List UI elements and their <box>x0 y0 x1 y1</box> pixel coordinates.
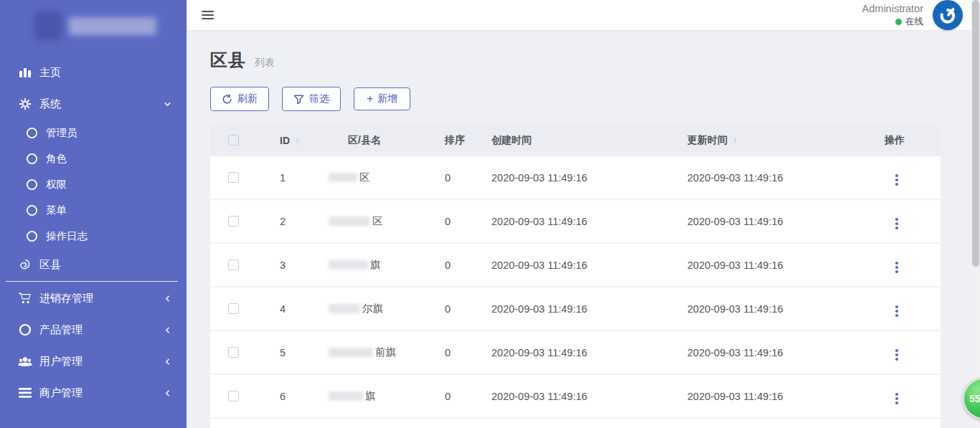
row-cell-created: 2020-09-03 11:49:16 <box>491 391 687 402</box>
sidebar-item-home[interactable]: 主页 <box>0 57 187 88</box>
sidebar-item-users[interactable]: 用户管理 <box>0 346 187 377</box>
bar-chart-icon <box>17 65 33 80</box>
row-cell-name: 尔旗 <box>329 302 445 315</box>
blurred-text <box>329 391 363 401</box>
row-actions-kebab-icon[interactable] <box>893 172 900 188</box>
header-label: 更新时间 <box>687 134 727 146</box>
header-cell-ops: 操作 <box>885 134 941 147</box>
row-cell-name: 旗 <box>329 389 445 403</box>
filter-label: 筛选 <box>309 92 329 105</box>
blurred-text <box>329 304 360 313</box>
chevron-left-icon <box>163 294 172 303</box>
add-button[interactable]: + 新增 <box>354 87 410 110</box>
sidebar-item-label: 菜单 <box>46 204 67 217</box>
online-status-label: 在线 <box>905 16 923 28</box>
sidebar-item-menus[interactable]: 菜单 <box>0 197 187 223</box>
row-checkbox[interactable] <box>228 216 239 227</box>
sidebar-item-label: 用户管理 <box>39 355 83 368</box>
row-cell-sort: 0 <box>445 391 491 402</box>
refresh-icon <box>222 94 232 105</box>
sidebar-item-label: 产品管理 <box>39 323 83 337</box>
sidebar-item-label: 权限 <box>46 178 67 191</box>
header-cell-updated[interactable]: 更新时间↑ <box>687 134 885 147</box>
header-cell-id[interactable]: ID↑ <box>280 135 329 146</box>
row-cell-sort: 0 <box>445 303 491 315</box>
sidebar-item-roles[interactable]: 角色 <box>0 146 187 171</box>
row-actions-kebab-icon[interactable] <box>893 260 900 275</box>
row-cell-updated: 2020-09-03 11:49:16 <box>687 260 885 271</box>
plus-icon: + <box>367 93 373 105</box>
row-checkbox[interactable] <box>228 391 239 401</box>
sidebar-item-label: 商户管理 <box>39 386 83 400</box>
row-cell-ops <box>885 168 941 188</box>
chevron-down-icon <box>163 100 172 109</box>
sidebar-item-label: 进销存管理 <box>39 292 93 305</box>
sidebar-item-merchants[interactable]: 商户管理 <box>0 377 187 409</box>
blurred-text <box>329 173 357 182</box>
circle-icon <box>24 203 39 217</box>
row-cell-id: 3 <box>280 260 329 271</box>
table-body: 1 区 0 2020-09-03 11:49:16 2020-09-03 11:… <box>210 156 941 419</box>
sidebar-item-label: 角色 <box>46 152 67 166</box>
content: 区县 列表 刷新 筛选 + 新增 <box>187 31 980 428</box>
row-cell-sort: 0 <box>445 347 491 358</box>
row-cell-id: 1 <box>280 172 329 184</box>
sidebar-item-operation-logs[interactable]: 操作日志 <box>0 223 187 249</box>
add-label: 新增 <box>377 92 397 105</box>
row-cell-created: 2020-09-03 11:49:16 <box>491 216 687 227</box>
app-logo[interactable] <box>0 0 187 52</box>
hamburger-menu-icon[interactable] <box>202 11 214 20</box>
row-cell-sort: 0 <box>445 216 491 227</box>
logo-text-blurred <box>69 17 156 35</box>
sidebar-item-system[interactable]: 系统 <box>0 88 187 120</box>
row-cell-checkbox <box>210 172 280 183</box>
table-row: 1 区 0 2020-09-03 11:49:16 2020-09-03 11:… <box>210 156 941 200</box>
row-checkbox[interactable] <box>228 172 239 183</box>
row-cell-id: 6 <box>280 391 329 402</box>
row-actions-kebab-icon[interactable] <box>893 216 900 232</box>
row-cell-updated: 2020-09-03 11:49:16 <box>687 216 885 227</box>
table-row: 5 前旗 0 2020-09-03 11:49:16 2020-09-03 11… <box>210 331 941 375</box>
sidebar-item-label: 主页 <box>39 66 61 80</box>
row-cell-id: 4 <box>280 303 329 315</box>
sidebar-item-label: 操作日志 <box>46 229 88 243</box>
row-actions-kebab-icon[interactable] <box>893 347 900 363</box>
row-cell-sort: 0 <box>445 260 491 271</box>
table-row: 4 尔旗 0 2020-09-03 11:49:16 2020-09-03 11… <box>210 287 941 331</box>
user-name: Administrator <box>862 2 923 16</box>
header-cell-checkbox <box>210 135 280 146</box>
select-all-checkbox[interactable] <box>228 135 239 146</box>
refresh-label: 刷新 <box>237 92 258 105</box>
chevron-left-icon <box>163 389 172 398</box>
row-cell-sort: 0 <box>445 172 491 184</box>
filter-button[interactable]: 筛选 <box>282 87 341 111</box>
row-cell-ops <box>885 299 941 319</box>
blurred-text <box>329 260 368 270</box>
user-avatar[interactable] <box>933 0 963 30</box>
sidebar-item-products[interactable]: 产品管理 <box>0 314 187 346</box>
sidebar-item-inventory[interactable]: 进销存管理 <box>0 282 187 314</box>
sidebar-item-permissions[interactable]: 权限 <box>0 171 187 197</box>
partial-next-row <box>210 419 941 428</box>
row-checkbox[interactable] <box>228 347 239 358</box>
header-cell-name: 区/县名 <box>329 134 445 147</box>
row-cell-checkbox <box>210 391 280 401</box>
sidebar-item-admins[interactable]: 管理员 <box>0 120 187 146</box>
data-table: ID↑ 区/县名 排序 创建时间 更新时间↑ 操作 1 区 0 2020-09-… <box>210 124 941 428</box>
circle-icon <box>17 323 33 337</box>
name-suffix: 区 <box>372 215 383 227</box>
scrollbar-thumb[interactable] <box>972 0 979 267</box>
row-checkbox[interactable] <box>228 303 239 314</box>
row-cell-name: 旗 <box>329 258 445 272</box>
table-row: 2 区 0 2020-09-03 11:49:16 2020-09-03 11:… <box>210 200 941 244</box>
sidebar-item-districts[interactable]: 区县 <box>0 249 187 280</box>
chevron-left-icon <box>163 325 172 335</box>
refresh-button[interactable]: 刷新 <box>210 87 269 111</box>
gear-icon <box>17 97 33 111</box>
row-actions-kebab-icon[interactable] <box>893 303 900 319</box>
row-cell-updated: 2020-09-03 11:49:16 <box>687 347 885 358</box>
row-actions-kebab-icon[interactable] <box>893 391 900 406</box>
circle-icon <box>24 125 39 140</box>
logo-mark-blurred <box>34 11 62 40</box>
row-checkbox[interactable] <box>228 260 239 270</box>
